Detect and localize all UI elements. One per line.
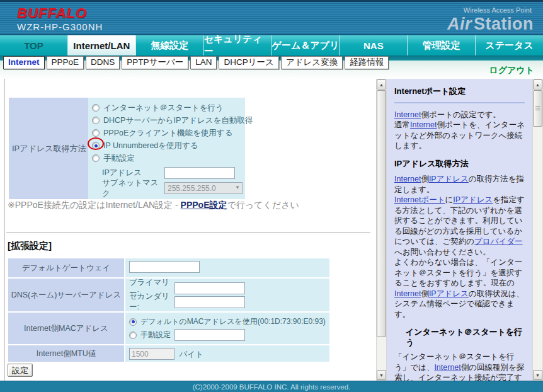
inline-link[interactable]: PPPoE設定 (181, 200, 227, 210)
inline-link[interactable]: Internet (394, 110, 421, 119)
subnet-mask-value: 255.255.255.0 (168, 184, 216, 193)
tab-security[interactable]: セキュリティー (204, 35, 272, 55)
inline-link[interactable]: IPアドレス (429, 175, 469, 183)
mac-manual-input[interactable] (174, 329, 245, 341)
pppoe-note: ※PPPoE接続先の設定はInternet/LAN設定 - PPPoE設定で行っ… (8, 200, 299, 211)
help-paragraph: Internet側ポートの設定です。通常Internet側ポートを、インターネッ… (394, 110, 527, 151)
gateway-input[interactable] (129, 261, 200, 273)
dns-secondary-input[interactable] (174, 296, 245, 308)
inline-link[interactable]: Internet (434, 363, 460, 372)
help-paragraph: 「インターネット＠スタートを行う」では、Internet側の回線種別を探索し、イ… (394, 352, 527, 381)
model-name: WZR-HP-G300NH (17, 21, 103, 32)
mac-default-radio[interactable] (129, 318, 137, 326)
ip-method-radio-dhcp[interactable] (92, 117, 100, 124)
subnet-mask-label: サブネットマスク (102, 178, 164, 199)
mtu-label: Internet側MTU値 (8, 345, 124, 362)
radio-option-row: DHCPサーバーからIPアドレスを自動取得 (92, 114, 245, 127)
scroll-down-icon[interactable]: ▼ (377, 370, 386, 380)
tab-admin[interactable]: 管理設定 (408, 35, 476, 55)
footer: (C)2000-2009 BUFFALO INC. All rights res… (0, 381, 543, 392)
subtab-internet[interactable]: Internet (3, 56, 45, 69)
ip-method-label: IPアドレス取得方法 (9, 98, 88, 199)
gateway-cell (125, 258, 329, 277)
apply-button[interactable]: 設定 (8, 364, 33, 377)
subnet-mask-select[interactable]: 255.255.255.0 ▼ (164, 182, 243, 194)
subtab-pptp-server[interactable]: PPTPサーバー (122, 56, 188, 69)
inline-link[interactable]: IPアドレス (429, 289, 469, 298)
main-nav: TOP Internet/LAN 無線設定 セキュリティー ゲーム＆アプリ NA… (0, 35, 543, 55)
scroll-down-icon[interactable]: ▼ (533, 370, 542, 380)
sidebar-scrollbar[interactable]: ▲ ▼ (532, 79, 543, 381)
advanced-settings-table: デフォルトゲートウェイ DNS(ネーム)サーバーアドレス プライマリー: セカン… (8, 258, 310, 362)
inline-link[interactable]: Internet (394, 175, 421, 183)
ip-method-radio-internet-at-start[interactable] (92, 104, 100, 112)
radio-option-label[interactable]: PPPoEクライアント機能を使用する (103, 128, 232, 139)
mac-default-label[interactable]: デフォルトのMACアドレスを使用(00:1D:73:90:E0:93) (140, 316, 326, 327)
logout-link[interactable]: ログアウト (489, 65, 534, 76)
mac-manual-label[interactable]: 手動設定 (140, 330, 171, 340)
ip-address-input[interactable] (164, 167, 235, 179)
scroll-up-icon[interactable]: ▲ (377, 79, 386, 89)
ip-method-options: インターネット＠スタートを行う DHCPサーバーからIPアドレスを自動取得 PP… (88, 98, 245, 199)
mac-cell: デフォルトのMACアドレスを使用(00:1D:73:90:E0:93) 手動設定 (125, 313, 329, 344)
mtu-unit: バイト (179, 350, 203, 359)
ip-method-radio-pppoe[interactable] (92, 129, 100, 137)
tab-top[interactable]: TOP (0, 35, 68, 55)
subtab-dhcp-lease[interactable]: DHCPリース (219, 56, 278, 69)
advanced-settings-title: [拡張設定] (8, 240, 52, 252)
radio-option-label[interactable]: インターネット＠スタートを行う (103, 103, 224, 113)
dns-primary-input[interactable] (174, 282, 245, 294)
ip-method-radio-manual[interactable] (92, 154, 100, 162)
ip-method-radio-ip-unnumbered[interactable] (92, 142, 100, 149)
copyright-text: (C)2000-2009 BUFFALO INC. All rights res… (193, 383, 351, 391)
tab-nas[interactable]: NAS (340, 35, 408, 55)
inline-link[interactable]: Internet (394, 289, 421, 298)
scroll-up-icon[interactable]: ▲ (533, 79, 542, 89)
help-sidebar: Internetポート設定 Internet側ポートの設定です。通常Intern… (387, 79, 532, 381)
inline-link[interactable]: Internetポート (394, 195, 445, 204)
help-divider (394, 102, 525, 103)
tagline: Wireless Access Point (464, 6, 532, 14)
help-heading-internet-port: Internetポート設定 (394, 86, 527, 97)
tab-game-apps[interactable]: ゲーム＆アプリ (272, 35, 340, 55)
tab-wireless[interactable]: 無線設定 (136, 35, 204, 55)
mtu-input[interactable] (129, 348, 174, 360)
inline-link[interactable]: Internet (410, 120, 437, 129)
mac-manual-radio[interactable] (129, 331, 137, 339)
radio-option-row: 手動設定 (92, 152, 245, 164)
radio-option-label[interactable]: 手動設定 (103, 153, 135, 164)
main-content: IPアドレス取得方法 インターネット＠スタートを行う DHCPサーバーからIPア… (0, 79, 376, 381)
radio-option-label[interactable]: IP Unnumberedを使用する (103, 141, 198, 151)
buffalo-logo: BUFFALO (17, 5, 87, 21)
ip-address-label: IPアドレス (102, 168, 164, 178)
help-heading-internet-at-start: インターネット＠スタートを行う (406, 327, 527, 348)
tab-internet-lan[interactable]: Internet/LAN (68, 35, 136, 55)
subtab-address-translation[interactable]: アドレス変換 (281, 56, 343, 69)
ip-method-table: IPアドレス取得方法 インターネット＠スタートを行う DHCPサーバーからIPア… (9, 98, 245, 199)
radio-option-row: PPPoEクライアント機能を使用する (92, 127, 245, 139)
dns-label: DNS(ネーム)サーバーアドレス (8, 279, 124, 311)
radio-option-label[interactable]: DHCPサーバーからIPアドレスを自動取得 (103, 115, 253, 126)
sub-tabs: Internet PPPoE DDNS PPTPサーバー LAN DHCPリース… (3, 56, 389, 69)
chevron-down-icon: ▼ (235, 185, 240, 190)
airstation-logo: AirStation (447, 14, 534, 34)
tab-status[interactable]: ステータス (476, 35, 543, 55)
inline-link[interactable]: プロバイダー (474, 237, 522, 246)
subtab-routing-info[interactable]: 経路情報 (345, 56, 389, 69)
mac-label: Internet側MACアドレス (8, 313, 124, 344)
header: BUFFALO WZR-HP-G300NH Wireless Access Po… (0, 0, 543, 35)
scrollbar-thumb[interactable] (377, 90, 386, 337)
subtab-lan[interactable]: LAN (190, 56, 217, 69)
dns-cell: プライマリー: セカンダリー: (125, 279, 329, 311)
inline-link[interactable]: IPアドレス (453, 195, 493, 204)
gateway-label: デフォルトゲートウェイ (8, 258, 124, 277)
scrollbar-thumb[interactable] (533, 90, 542, 127)
main-scrollbar[interactable]: ▲ ▼ (376, 79, 387, 381)
help-paragraph: Internet側IPアドレスの取得方法を指定します。InternetポートにI… (394, 174, 527, 320)
radio-option-row: IP Unnumberedを使用する (92, 139, 245, 152)
subnet-mask-row: サブネットマスク 255.255.255.0 ▼ (102, 182, 245, 195)
sub-nav: Internet PPPoE DDNS PPTPサーバー LAN DHCPリース… (0, 55, 543, 79)
section-divider (6, 233, 370, 233)
subtab-pppoe[interactable]: PPPoE (47, 56, 84, 69)
subtab-ddns[interactable]: DDNS (86, 56, 120, 69)
